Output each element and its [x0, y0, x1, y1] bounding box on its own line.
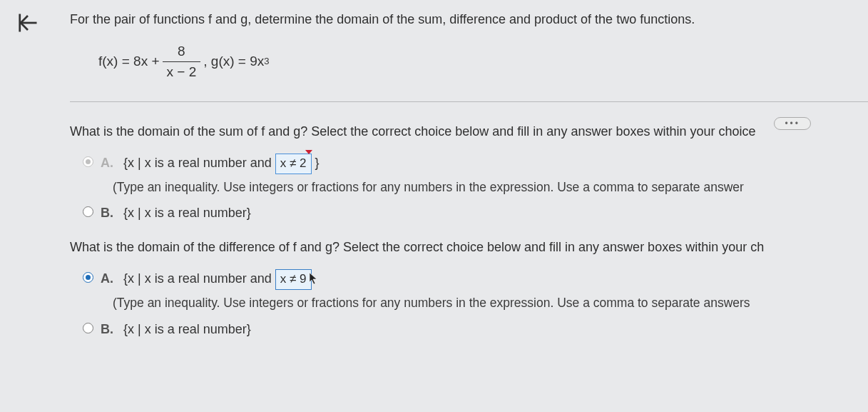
- q2-label-a: A.: [101, 269, 116, 288]
- q1-label-b: B.: [101, 204, 116, 222]
- question-1-prompt: What is the domain of the sum of f and g…: [70, 122, 868, 141]
- q2-choice-b-text: {x | x is a real number}: [123, 320, 868, 338]
- more-options-pill[interactable]: •••: [774, 117, 811, 130]
- main-content: For the pair of functions f and g, deter…: [56, 0, 868, 412]
- q1-choice-a-row: A. {x | x is a real number and x ≠ 2 }: [83, 154, 868, 174]
- question-2-block: What is the domain of the difference of …: [70, 238, 868, 338]
- question-2-prompt: What is the domain of the difference of …: [70, 238, 868, 256]
- back-arrow-icon: [17, 12, 39, 34]
- q2-a-text-pre: {x | x is a real number and: [123, 271, 275, 286]
- input-marker-icon: [305, 150, 312, 154]
- fraction: 8 x − 2: [163, 41, 201, 81]
- f-expression-left: f(x) = 8x +: [98, 51, 160, 71]
- section-divider: [70, 101, 868, 102]
- q1-a-text-post: }: [312, 156, 320, 170]
- page-container: For the pair of functions f and g, deter…: [0, 0, 868, 412]
- q1-label-a: A.: [101, 154, 116, 172]
- fraction-denominator: x − 2: [163, 61, 201, 82]
- q1-radio-b[interactable]: [83, 206, 93, 217]
- q1-choice-b-row: B. {x | x is a real number}: [83, 204, 868, 222]
- q2-radio-a[interactable]: [83, 272, 93, 283]
- q2-choice-a-body: {x | x is a real number and x ≠ 9: [123, 269, 868, 290]
- q2-answer-box[interactable]: x ≠ 9: [275, 269, 312, 290]
- g-expression: , g(x) = 9x: [203, 51, 264, 71]
- q1-answer-box[interactable]: x ≠ 2: [275, 154, 312, 174]
- q1-answer-value: x ≠ 2: [280, 156, 307, 170]
- q2-choice-b-row: B. {x | x is a real number}: [83, 320, 868, 338]
- equation-row: f(x) = 8x + 8 x − 2 , g(x) = 9x3: [98, 41, 868, 81]
- q2-answer-value: x ≠ 9: [280, 272, 307, 286]
- q2-choice-a-row: A. {x | x is a real number and x ≠ 9: [83, 269, 868, 290]
- q1-radio-a[interactable]: [83, 156, 93, 167]
- q2-hint: (Type an inequality. Use integers or fra…: [113, 294, 868, 312]
- cursor-icon: [309, 271, 319, 290]
- q1-a-text-pre: {x | x is a real number and: [123, 156, 275, 170]
- q2-label-b: B.: [101, 320, 116, 338]
- q1-hint: (Type an inequality. Use integers or fra…: [113, 179, 868, 196]
- question-1-block: What is the domain of the sum of f and g…: [70, 122, 868, 222]
- back-button[interactable]: [15, 10, 41, 36]
- q2-radio-b[interactable]: [83, 323, 93, 333]
- problem-statement: For the pair of functions f and g, deter…: [70, 10, 868, 29]
- q1-choice-a-body: {x | x is a real number and x ≠ 2 }: [123, 154, 868, 174]
- fraction-numerator: 8: [173, 41, 190, 61]
- left-column: [0, 0, 56, 412]
- g-exponent: 3: [264, 55, 269, 69]
- q1-choice-b-text: {x | x is a real number}: [123, 204, 868, 222]
